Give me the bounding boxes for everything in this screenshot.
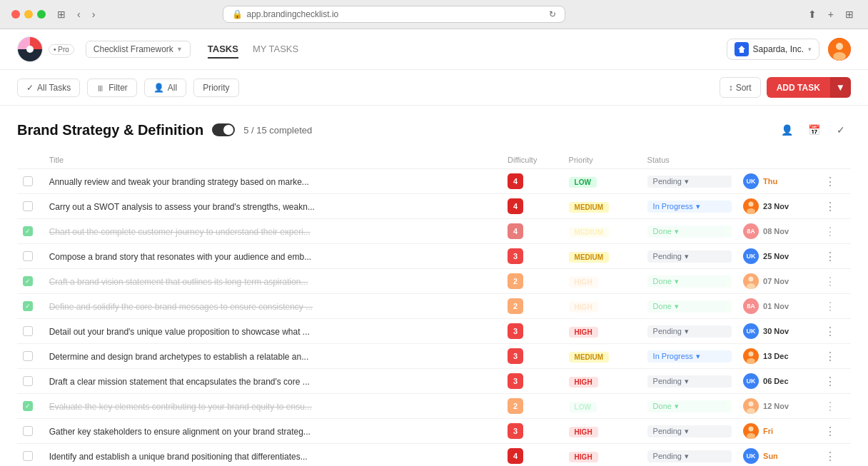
task-checkbox[interactable] bbox=[23, 376, 33, 386]
task-difficulty-cell: 3 bbox=[502, 419, 563, 444]
task-checkbox[interactable]: ✓ bbox=[23, 276, 33, 286]
status-badge[interactable]: Pending ▾ bbox=[647, 325, 732, 338]
nav-tabs: TASKS MY TASKS bbox=[208, 41, 298, 59]
share-button[interactable]: ⬆ bbox=[805, 7, 819, 21]
status-badge[interactable]: Done ▾ bbox=[647, 275, 732, 288]
task-more-button[interactable]: ⋮ bbox=[822, 450, 839, 463]
framework-dropdown[interactable]: Checklist Framework ▼ bbox=[86, 41, 191, 58]
task-difficulty-cell: 3 bbox=[502, 369, 563, 394]
difficulty-badge: 3 bbox=[508, 373, 523, 389]
difficulty-badge: 2 bbox=[508, 398, 523, 414]
task-priority-cell: HIGH bbox=[563, 419, 642, 444]
users-icon: 👤 bbox=[153, 83, 164, 93]
task-checkbox[interactable] bbox=[23, 451, 33, 461]
status-badge[interactable]: Pending ▾ bbox=[647, 176, 732, 188]
task-status-cell: Pending ▾ bbox=[642, 244, 737, 269]
table-row: Determine and design brand archetypes to… bbox=[17, 344, 851, 369]
tab-overview-button[interactable]: ⊞ bbox=[842, 7, 857, 21]
priority-badge: MEDIUM bbox=[569, 252, 610, 263]
difficulty-badge: 2 bbox=[508, 298, 523, 314]
assignee-date: 8A 01 Nov bbox=[743, 298, 810, 314]
task-checkbox[interactable]: ✓ bbox=[23, 301, 33, 311]
task-more-button[interactable]: ⋮ bbox=[822, 200, 839, 213]
sidebar-toggle[interactable]: ⊞ bbox=[54, 7, 69, 21]
status-badge[interactable]: In Progress ▾ bbox=[647, 201, 732, 213]
task-checkbox[interactable] bbox=[23, 251, 33, 261]
task-checkbox[interactable]: ✓ bbox=[23, 401, 33, 411]
status-badge[interactable]: Done ▾ bbox=[647, 300, 732, 313]
all-button[interactable]: 👤 All bbox=[144, 78, 186, 97]
task-checkbox-cell bbox=[17, 419, 44, 444]
company-selector[interactable]: Saparda, Inc. ▾ bbox=[727, 39, 819, 60]
new-tab-button[interactable]: + bbox=[825, 7, 837, 21]
status-badge[interactable]: Done ▾ bbox=[647, 400, 732, 412]
user-avatar[interactable] bbox=[828, 38, 851, 61]
main-content: Brand Strategy & Definition 5 / 15 compl… bbox=[0, 106, 868, 466]
status-badge[interactable]: Pending ▾ bbox=[647, 450, 732, 462]
status-badge[interactable]: Pending ▾ bbox=[647, 425, 732, 437]
task-actions-cell: ⋮ bbox=[816, 419, 851, 444]
traffic-light-green[interactable] bbox=[37, 10, 46, 19]
status-badge[interactable]: In Progress ▾ bbox=[647, 350, 732, 363]
task-title-cell: Gather key stakeholders to ensure alignm… bbox=[44, 419, 502, 444]
task-more-button[interactable]: ⋮ bbox=[822, 425, 839, 438]
task-checkbox[interactable] bbox=[23, 201, 33, 211]
status-badge[interactable]: Pending ▾ bbox=[647, 375, 732, 388]
task-checkbox[interactable] bbox=[23, 426, 33, 436]
status-badge[interactable]: Done ▾ bbox=[647, 226, 732, 238]
status-chevron-icon: ▾ bbox=[685, 327, 689, 336]
task-actions-cell: ⋮ bbox=[816, 344, 851, 369]
add-task-button[interactable]: ADD TASK bbox=[767, 77, 830, 98]
task-more-button[interactable]: ⋮ bbox=[822, 225, 839, 238]
tab-my-tasks[interactable]: MY TASKS bbox=[253, 41, 298, 59]
company-chevron-icon: ▾ bbox=[808, 46, 812, 53]
task-difficulty-cell: 4 bbox=[502, 219, 563, 244]
assignee-date: UK 06 Dec bbox=[743, 373, 810, 389]
task-date-cell: Fri bbox=[737, 419, 816, 444]
back-button[interactable]: ‹ bbox=[74, 7, 84, 21]
task-more-button[interactable]: ⋮ bbox=[822, 250, 839, 263]
task-date-cell: 8A 08 Nov bbox=[737, 219, 816, 244]
task-priority-cell: LOW bbox=[563, 394, 642, 419]
task-checkbox[interactable] bbox=[23, 351, 33, 361]
task-title-cell: Annually review and tweak your branding … bbox=[44, 169, 502, 194]
task-more-button[interactable]: ⋮ bbox=[822, 400, 839, 413]
status-chevron-icon: ▾ bbox=[685, 252, 689, 261]
assignee-date: UK 30 Nov bbox=[743, 323, 810, 339]
assign-button[interactable]: 👤 bbox=[777, 120, 797, 140]
svg-point-15 bbox=[749, 402, 754, 407]
browser-controls: ⊞ ‹ › bbox=[54, 7, 98, 21]
address-bar[interactable]: 🔒 app.brandingchecklist.io ↻ bbox=[223, 6, 565, 23]
sort-button[interactable]: ↕ Sort bbox=[720, 77, 761, 98]
all-tasks-button[interactable]: ✓ All Tasks bbox=[17, 78, 80, 97]
task-checkbox[interactable] bbox=[23, 326, 33, 336]
calendar-button[interactable]: 📅 bbox=[804, 120, 824, 140]
task-status-cell: In Progress ▾ bbox=[642, 344, 737, 369]
task-priority-cell: HIGH bbox=[563, 444, 642, 467]
tab-tasks[interactable]: TASKS bbox=[208, 41, 238, 59]
task-checkbox[interactable]: ✓ bbox=[23, 226, 33, 236]
filter-button[interactable]: ⫼ Filter bbox=[87, 78, 137, 97]
traffic-light-yellow[interactable] bbox=[24, 10, 33, 19]
task-title-text: Evaluate the key elements contributing t… bbox=[49, 402, 312, 412]
task-more-button[interactable]: ⋮ bbox=[822, 275, 839, 288]
task-more-button[interactable]: ⋮ bbox=[822, 350, 839, 363]
check-button[interactable]: ✓ bbox=[831, 120, 851, 140]
toggle-switch[interactable] bbox=[212, 123, 235, 136]
add-task-dropdown-button[interactable]: ▼ bbox=[830, 77, 851, 98]
difficulty-badge: 4 bbox=[508, 173, 523, 189]
task-checkbox[interactable] bbox=[23, 176, 33, 186]
task-priority-cell: MEDIUM bbox=[563, 219, 642, 244]
forward-button[interactable]: › bbox=[89, 7, 99, 21]
priority-button[interactable]: Priority bbox=[193, 78, 238, 97]
task-more-button[interactable]: ⋮ bbox=[822, 325, 839, 338]
task-more-button[interactable]: ⋮ bbox=[822, 300, 839, 313]
task-date-cell: 8A 01 Nov bbox=[737, 294, 816, 319]
task-more-button[interactable]: ⋮ bbox=[822, 375, 839, 388]
col-header-title: Title bbox=[44, 151, 502, 169]
section-header: Brand Strategy & Definition 5 / 15 compl… bbox=[17, 120, 851, 140]
traffic-light-red[interactable] bbox=[11, 10, 20, 19]
task-more-button[interactable]: ⋮ bbox=[822, 175, 839, 188]
status-badge[interactable]: Pending ▾ bbox=[647, 250, 732, 263]
svg-point-18 bbox=[749, 427, 754, 432]
